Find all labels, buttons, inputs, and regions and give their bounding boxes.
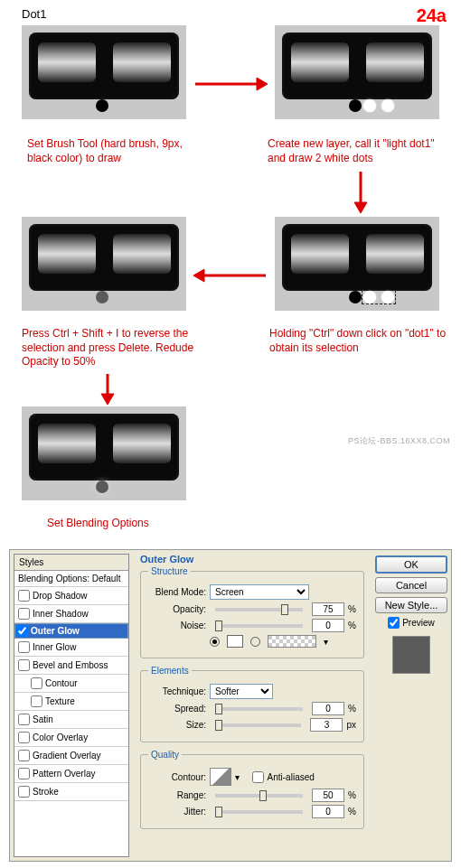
dropdown-icon[interactable]: ▾ [235,772,240,782]
style-inner-glow[interactable]: Inner Glow [14,639,128,657]
style-outer-glow[interactable]: Outer Glow [14,623,128,639]
step3-image [275,217,439,311]
noise-label: Noise: [148,621,206,630]
jitter-value[interactable]: 0 [312,805,344,818]
style-pattern-overlay[interactable]: Pattern Overlay [14,765,128,783]
contour-picker[interactable] [210,768,231,786]
arrow-down-icon [99,372,116,405]
checkbox[interactable] [18,608,30,620]
checkbox[interactable] [18,590,30,602]
noise-value[interactable]: 0 [312,619,344,632]
range-label: Range: [148,790,206,800]
dropdown-icon[interactable]: ▾ [324,637,328,647]
color-swatch[interactable] [227,635,243,648]
watermark: PS论坛-BBS.16XX8.COM [348,435,450,447]
gradient-radio[interactable] [250,637,260,647]
styles-list: Styles Blending Options: Default Drop Sh… [14,554,129,857]
gradient-swatch[interactable] [268,635,316,648]
structure-group: Structure Blend Mode:Screen Opacity:75% … [140,566,364,658]
panel-title: Outer Glow [140,554,364,565]
checkbox[interactable] [31,695,42,707]
spread-label: Spread: [148,704,206,714]
checkbox[interactable] [18,750,30,761]
svg-marker-3 [354,202,367,213]
antialiased-checkbox[interactable] [252,771,264,783]
quality-group: Quality Contour:▾ Anti-aliased Range:50%… [140,750,364,829]
arrow-down-icon [353,170,369,213]
layer-style-dialog: Styles Blending Options: Default Drop Sh… [9,549,452,862]
dialog-buttons: OK Cancel New Style... Preview [372,550,451,861]
preview-label: Preview [402,618,435,628]
technique-select[interactable]: Softer [210,684,273,699]
style-satin[interactable]: Satin [14,711,128,729]
svg-marker-7 [101,394,114,405]
size-value[interactable]: 3 [310,718,343,732]
opacity-label: Opacity: [148,604,206,614]
checkbox[interactable] [18,659,30,671]
checkbox[interactable] [31,677,42,689]
style-stroke[interactable]: Stroke [14,783,128,801]
styles-header: Styles [14,555,128,571]
checkbox[interactable] [18,786,30,798]
style-color-overlay[interactable]: Color Overlay [14,729,128,747]
step2-image [275,25,439,119]
step4-image [22,217,186,311]
step5-image [22,406,186,500]
size-label: Size: [148,720,206,730]
color-radio[interactable] [210,637,220,647]
step1-image [22,25,186,119]
style-inner-shadow[interactable]: Inner Shadow [14,605,128,623]
structure-legend: Structure [148,566,191,576]
svg-marker-1 [257,78,268,90]
blendmode-label: Blend Mode: [148,587,206,597]
preview-swatch [392,636,430,674]
range-value[interactable]: 50 [312,789,344,802]
style-gradient-overlay[interactable]: Gradient Overlay [14,747,128,765]
jitter-slider[interactable] [215,810,303,814]
size-slider[interactable] [215,723,301,727]
quality-legend: Quality [148,750,182,760]
elements-legend: Elements [148,666,192,676]
svg-marker-5 [193,269,204,282]
elements-group: Elements Technique:Softer Spread:0% Size… [140,666,364,742]
checkbox[interactable] [18,768,30,779]
style-bevel-emboss[interactable]: Bevel and Emboss [14,657,128,675]
opacity-value[interactable]: 75 [312,602,344,616]
style-drop-shadow[interactable]: Drop Shadow [14,587,128,605]
checkbox[interactable] [18,732,30,743]
checkbox[interactable] [18,714,30,725]
checkbox[interactable] [16,625,28,637]
ok-button[interactable]: OK [375,555,447,574]
step2-caption: Create new layer, call it "light dot1" a… [268,137,448,165]
jitter-label: Jitter: [148,807,206,817]
spread-slider[interactable] [215,707,303,711]
step1-caption: Set Brush Tool (hard brush, 9px, black c… [27,137,186,165]
contour-label: Contour: [148,772,206,782]
arrow-left-icon [193,267,268,284]
preview-checkbox[interactable] [388,617,400,629]
noise-slider[interactable] [215,624,303,628]
opacity-slider[interactable] [215,608,303,611]
arrow-right-icon [193,76,268,92]
page-title: Dot1 [22,7,46,21]
new-style-button[interactable]: New Style... [375,597,447,613]
style-contour[interactable]: Contour [14,675,128,693]
step-number: 24a [417,5,447,26]
blendmode-select[interactable]: Screen [210,584,309,600]
cancel-button[interactable]: Cancel [375,577,447,593]
blending-options-default[interactable]: Blending Options: Default [14,571,128,587]
checkbox[interactable] [18,641,30,653]
range-slider[interactable] [215,794,303,798]
spread-value[interactable]: 0 [312,702,344,715]
options-panel: Outer Glow Structure Blend Mode:Screen O… [133,550,372,861]
step3-caption: Holding "Ctrl" down click on "dot1" to o… [269,327,450,355]
step4-caption: Press Ctrl + Shift + I to reverse the se… [22,327,202,369]
antialiased-label: Anti-aliased [268,772,315,782]
technique-label: Technique: [148,686,206,696]
style-texture[interactable]: Texture [14,693,128,711]
step5-caption: Set Blending Options [47,517,149,531]
